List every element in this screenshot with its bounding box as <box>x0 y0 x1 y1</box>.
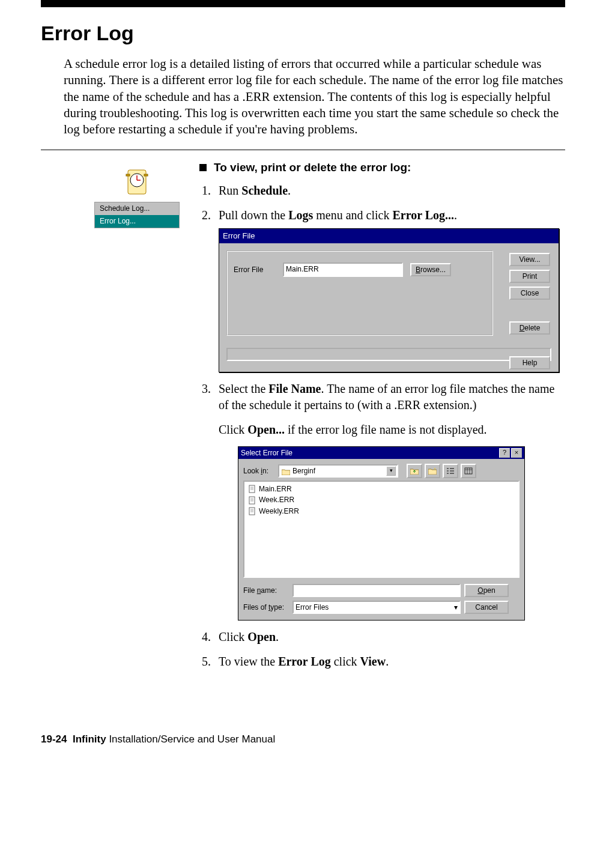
file-item[interactable]: Week.ERR <box>248 495 515 505</box>
step-3: Select the File Name. The name of an err… <box>214 381 565 621</box>
error-file-input[interactable]: Main.ERR <box>283 263 403 277</box>
filetype-combo[interactable]: Error Files ▾ <box>292 601 461 614</box>
details-view-button[interactable] <box>461 464 476 478</box>
open-button[interactable]: Open <box>464 584 509 597</box>
logs-menu: Schedule Log... Error Log... <box>94 202 180 228</box>
bullet-square-icon <box>199 164 207 171</box>
status-bar <box>226 348 551 361</box>
lookin-combo[interactable]: Berginf ▾ <box>278 464 398 478</box>
dialog-title: Error File <box>219 229 559 243</box>
svg-rect-8 <box>249 497 255 504</box>
svg-rect-4 <box>126 174 130 176</box>
file-list[interactable]: Main.ERR Week.ERR Weekly.ERR <box>243 481 520 578</box>
dialog2-title: Select Error File <box>241 448 292 458</box>
step-5: To view the Error Log click View. <box>214 654 565 670</box>
list-view-button[interactable] <box>443 464 458 478</box>
error-file-groupbox: Error File Main.ERR Browse... <box>226 250 493 336</box>
browse-button[interactable]: Browse... <box>410 263 451 276</box>
section-divider <box>41 150 565 150</box>
filename-label: File name: <box>243 586 289 595</box>
filetype-label: Files of type: <box>243 602 289 612</box>
print-button[interactable]: Print <box>509 270 550 283</box>
svg-rect-5 <box>144 174 148 176</box>
help-button[interactable]: Help <box>509 356 550 369</box>
step-2: Pull down the Logs menu and click Error … <box>214 207 565 372</box>
select-error-file-dialog: Select Error File ? × Look in: <box>238 446 525 621</box>
task-heading: To view, print or delete the error log: <box>199 161 565 174</box>
svg-rect-7 <box>249 485 255 493</box>
cancel-button[interactable]: Cancel <box>464 601 509 614</box>
error-file-dialog: Error File Error File Main.ERR Browse... <box>219 228 559 372</box>
file-icon <box>248 496 256 505</box>
svg-rect-6 <box>465 468 472 474</box>
view-button[interactable]: View... <box>509 253 550 266</box>
step-1: Run Schedule. <box>214 183 565 199</box>
page-title: Error Log <box>41 22 565 45</box>
page-footer: 19-24 Infinity Installation/Service and … <box>41 733 275 745</box>
lookin-label: Look in: <box>243 466 274 476</box>
new-folder-button[interactable] <box>425 464 440 478</box>
file-icon <box>248 485 256 493</box>
up-folder-button[interactable] <box>407 464 422 478</box>
step-4: Click Open. <box>214 629 565 645</box>
close-button[interactable]: Close <box>509 287 550 300</box>
folder-icon <box>282 468 290 475</box>
intro-paragraph: A schedule error log is a detailed listi… <box>64 56 565 138</box>
file-item[interactable]: Weekly.ERR <box>248 506 515 516</box>
menu-item-error-log[interactable]: Error Log... <box>95 215 179 228</box>
file-icon <box>248 507 256 515</box>
header-rule <box>41 0 565 7</box>
dropdown-icon[interactable]: ▾ <box>454 602 458 612</box>
filename-input[interactable] <box>292 584 461 597</box>
file-item[interactable]: Main.ERR <box>248 484 515 494</box>
dropdown-icon[interactable]: ▾ <box>386 466 396 476</box>
clock-icon <box>122 167 152 197</box>
delete-button[interactable]: Delete <box>509 321 550 335</box>
step-list: Run Schedule. Pull down the Logs menu an… <box>199 183 565 670</box>
svg-rect-9 <box>249 508 255 515</box>
menu-item-schedule-log[interactable]: Schedule Log... <box>95 202 179 215</box>
error-file-label: Error File <box>234 265 276 275</box>
close-titlebar-button[interactable]: × <box>511 448 522 458</box>
help-titlebar-button[interactable]: ? <box>499 448 510 458</box>
